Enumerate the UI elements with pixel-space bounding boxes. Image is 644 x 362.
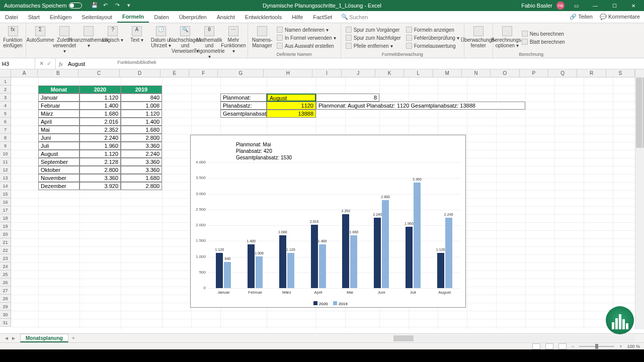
horizontal-scrollbar[interactable] bbox=[393, 335, 635, 341]
table-cell[interactable]: März bbox=[38, 110, 79, 118]
trace-precedents-button[interactable]: Spur zum Vorgänger bbox=[344, 26, 403, 33]
col-header[interactable]: R bbox=[577, 69, 606, 77]
use-in-formula-button[interactable]: In Formel verwenden ▾ bbox=[275, 34, 338, 41]
save-icon[interactable]: 💾 bbox=[91, 2, 98, 9]
undo-icon[interactable]: ↶ bbox=[103, 2, 110, 9]
row-header[interactable]: 1 bbox=[0, 77, 11, 85]
avatar[interactable]: FB bbox=[556, 2, 565, 10]
table-cell[interactable]: 1.120 bbox=[79, 150, 121, 158]
row-header[interactable]: 22 bbox=[0, 246, 11, 254]
tab-start[interactable]: Start bbox=[23, 11, 45, 23]
logical-button[interactable]: ?Logisch ▾ bbox=[102, 24, 124, 59]
table-cell[interactable]: 3.920 bbox=[79, 182, 121, 190]
table-cell[interactable]: 1.680 bbox=[121, 174, 162, 182]
table-cell[interactable]: 2.800 bbox=[79, 166, 121, 174]
cell-j3[interactable]: 8 bbox=[316, 94, 379, 102]
zoom-slider[interactable] bbox=[579, 346, 614, 347]
col-header[interactable]: Q bbox=[548, 69, 577, 77]
row-header[interactable]: 24 bbox=[0, 262, 11, 270]
tab-ansicht[interactable]: Ansicht bbox=[212, 11, 240, 23]
row-header[interactable]: 3 bbox=[0, 94, 11, 102]
name-box[interactable]: H3 bbox=[0, 58, 35, 69]
table-cell[interactable]: 3.360 bbox=[121, 166, 162, 174]
financial-button[interactable]: Finanzmathematik ▾ bbox=[77, 24, 100, 59]
qat-more-icon[interactable]: ▾ bbox=[127, 2, 134, 9]
chart[interactable]: Planmonat: MaiPlanabsatz: 420Gesamtplana… bbox=[190, 135, 466, 308]
tab-datei[interactable]: Datei bbox=[0, 11, 23, 23]
calc-sheet-button[interactable]: Blatt berechnen bbox=[520, 38, 567, 45]
table-cell[interactable]: Januar bbox=[38, 94, 79, 102]
select-all-corner[interactable] bbox=[0, 69, 11, 77]
zoom-out-icon[interactable]: − bbox=[572, 344, 574, 349]
tab-factset[interactable]: FactSet bbox=[308, 11, 337, 23]
col-header[interactable]: H bbox=[264, 69, 312, 77]
col-header[interactable]: D bbox=[120, 69, 160, 77]
row-header[interactable]: 11 bbox=[0, 158, 11, 166]
toggle-icon[interactable] bbox=[69, 3, 82, 9]
tab-daten[interactable]: Daten bbox=[149, 11, 174, 23]
minimize-icon[interactable]: — bbox=[588, 0, 603, 11]
table-cell[interactable]: Oktober bbox=[38, 166, 79, 174]
maximize-icon[interactable]: ☐ bbox=[607, 0, 622, 11]
more-funcs-button[interactable]: ⋯Mehr Funktionen ▾ bbox=[222, 24, 245, 59]
row-header[interactable]: 19 bbox=[0, 222, 11, 230]
table-cell[interactable]: 840 bbox=[121, 94, 162, 102]
col-header[interactable]: I bbox=[312, 69, 341, 77]
table-cell[interactable]: 3.360 bbox=[121, 142, 162, 150]
row-header[interactable]: 2 bbox=[0, 85, 11, 94]
table-cell[interactable]: 2.800 bbox=[121, 182, 162, 190]
table-cell[interactable]: 2.352 bbox=[79, 126, 121, 134]
table-cell[interactable]: 1.680 bbox=[79, 110, 121, 118]
table-cell[interactable]: 1.120 bbox=[121, 110, 162, 118]
row-header[interactable]: 29 bbox=[0, 303, 11, 311]
table-cell[interactable]: 2.016 bbox=[79, 118, 121, 126]
add-sheet-button[interactable]: + bbox=[68, 335, 78, 341]
math-button[interactable]: θMathematik und Trigonometrie ▾ bbox=[198, 24, 220, 59]
row-header[interactable]: 16 bbox=[0, 198, 11, 206]
table-cell[interactable]: 2.240 bbox=[79, 134, 121, 142]
col-header[interactable]: P bbox=[520, 69, 548, 77]
row-header[interactable]: 27 bbox=[0, 287, 11, 295]
table-cell[interactable]: 1.120 bbox=[79, 94, 121, 102]
col-header[interactable]: K bbox=[375, 69, 404, 77]
col-header[interactable]: F bbox=[189, 69, 218, 77]
col-header[interactable]: N bbox=[462, 69, 491, 77]
table-cell[interactable]: April bbox=[38, 118, 79, 126]
col-header[interactable]: L bbox=[404, 69, 433, 77]
close-icon[interactable]: ✕ bbox=[626, 0, 641, 11]
lookup-button[interactable]: 🔍Nachschlagen und Verweisen ▾ bbox=[174, 24, 196, 59]
ribbon-display-icon[interactable]: ▭ bbox=[569, 0, 584, 11]
col-header[interactable]: E bbox=[160, 69, 189, 77]
table-cell[interactable]: Juli bbox=[38, 142, 79, 150]
table-cell[interactable]: 1.960 bbox=[79, 142, 121, 150]
row-header[interactable]: 4 bbox=[0, 102, 11, 110]
spreadsheet-grid[interactable]: ABCDEFGHIJKLMNOPQRS 12345678910111213141… bbox=[0, 69, 644, 329]
zoom-level[interactable]: 100 % bbox=[627, 344, 640, 349]
row-header[interactable]: 5 bbox=[0, 110, 11, 118]
tab-seitenlayout[interactable]: Seitenlayout bbox=[76, 11, 117, 23]
row-header[interactable]: 12 bbox=[0, 166, 11, 174]
error-check-button[interactable]: Fehlerüberprüfung ▾ bbox=[405, 34, 461, 41]
trace-dependents-button[interactable]: Spur zum Nachfolger bbox=[344, 34, 403, 41]
row-header[interactable]: 20 bbox=[0, 230, 11, 238]
table-cell[interactable]: 2.800 bbox=[121, 134, 162, 142]
table-cell[interactable]: 2.128 bbox=[79, 158, 121, 166]
col-header[interactable]: G bbox=[218, 69, 264, 77]
tab-überprüfen[interactable]: Überprüfen bbox=[174, 11, 212, 23]
row-header[interactable]: 28 bbox=[0, 295, 11, 303]
col-header[interactable]: O bbox=[491, 69, 519, 77]
insert-function-button[interactable]: fxFunktion einfügen bbox=[3, 24, 23, 56]
table-header[interactable]: Monat bbox=[38, 85, 79, 94]
name-manager-button[interactable]: Namens-Manager bbox=[251, 24, 273, 51]
col-header[interactable]: B bbox=[38, 69, 78, 77]
create-from-sel-button[interactable]: Aus Auswahl erstellen bbox=[275, 42, 338, 49]
show-formulas-button[interactable]: Formeln anzeigen bbox=[405, 26, 461, 33]
page-break-view-icon[interactable] bbox=[558, 343, 567, 349]
search-box[interactable]: Suchen bbox=[349, 14, 368, 20]
row-header[interactable]: 30 bbox=[0, 311, 11, 319]
comments-button[interactable]: 💬 Kommentare bbox=[600, 14, 640, 20]
table-cell[interactable]: November bbox=[38, 174, 79, 182]
row-header[interactable]: 7 bbox=[0, 126, 11, 134]
zoom-in-icon[interactable]: + bbox=[619, 344, 622, 349]
table-cell[interactable]: 1.400 bbox=[121, 118, 162, 126]
